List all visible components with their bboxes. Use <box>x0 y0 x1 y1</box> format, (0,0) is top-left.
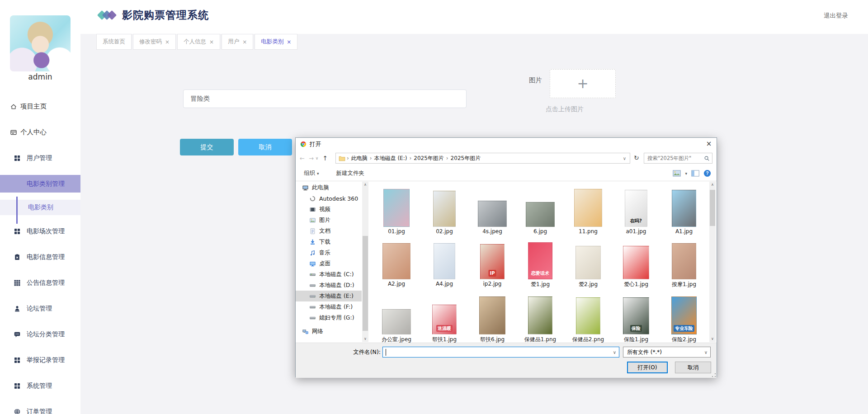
file-item-6.jpg[interactable]: 6.jpg <box>516 188 564 235</box>
dialog-cancel-button[interactable]: 取消 <box>675 362 711 373</box>
open-button[interactable]: 打开(O) <box>627 362 668 373</box>
file-name: 6.jpg <box>533 228 547 235</box>
nav-scrollbar[interactable]: ∧ ∨ <box>362 182 368 342</box>
tab-系统首页[interactable]: 系统首页 <box>96 34 132 50</box>
search-input[interactable]: 搜索"2025年图片" <box>644 153 712 164</box>
back-icon[interactable]: ← <box>300 155 305 162</box>
close-icon[interactable]: × <box>242 39 247 45</box>
filename-input[interactable]: ∨ <box>382 347 619 358</box>
sidebar-item-电影类别管理[interactable]: 电影类别管理 <box>0 171 80 197</box>
nav-item-本地磁盘 (C:)[interactable]: 本地磁盘 (C:) <box>296 269 362 280</box>
breadcrumb-segment[interactable]: 2025年图片 <box>451 155 481 162</box>
file-item-A2.jpg[interactable]: A2.jpg <box>373 240 420 287</box>
grid-scroll-thumb[interactable] <box>710 190 715 226</box>
breadcrumb-segment[interactable]: 本地磁盘 (E:) <box>374 155 407 162</box>
sidebar-item-论坛分类管理[interactable]: 论坛分类管理 <box>0 321 80 347</box>
sidebar-item-订单管理[interactable]: 订单管理 <box>0 399 80 414</box>
history-dropdown-icon[interactable]: ∨ <box>316 156 319 160</box>
nav-scroll-thumb[interactable] <box>363 236 368 331</box>
close-icon[interactable]: × <box>209 39 214 45</box>
resize-grip[interactable] <box>712 373 716 377</box>
sidebar-item-举报记录管理[interactable]: 举报记录管理 <box>0 347 80 373</box>
category-input[interactable]: 冒险类 <box>183 89 467 108</box>
nav-item-文档[interactable]: 文档 <box>296 226 362 236</box>
refresh-icon[interactable]: ↻ <box>634 154 639 161</box>
breadcrumb[interactable]: ›此电脑›本地磁盘 (E:)›2025年图片›2025年图片 ∨ <box>335 153 630 164</box>
file-item-爱心1.jpg[interactable]: 爱心1.jpg <box>612 240 660 287</box>
nav-item-音乐[interactable]: 音乐 <box>296 247 362 258</box>
file-item-帮扶1.jpg[interactable]: 送温暖帮扶1.jpg <box>420 294 468 343</box>
scroll-down-icon[interactable]: ∨ <box>709 336 716 342</box>
file-item-A1.jpg[interactable]: A1.jpg <box>660 188 708 235</box>
sidebar-item-论坛管理[interactable]: 论坛管理 <box>0 296 80 321</box>
nav-item-桌面[interactable]: 桌面 <box>296 258 362 269</box>
close-icon[interactable]: × <box>165 39 170 45</box>
dialog-titlebar[interactable]: 打开 × <box>296 138 717 151</box>
file-item-保险1.jpg[interactable]: 保险保险1.jpg <box>612 294 660 343</box>
nav-item-图片[interactable]: 图片 <box>296 215 362 226</box>
nav-item-本地磁盘 (F:)[interactable]: 本地磁盘 (F:) <box>296 301 362 312</box>
nav-item-本地磁盘 (D:)[interactable]: 本地磁盘 (D:) <box>296 280 362 291</box>
organize-menu[interactable]: 组织 ▾ <box>304 169 319 177</box>
image-upload-dropzone[interactable]: + <box>550 69 616 98</box>
sidebar-item-电影类别[interactable]: 电影类别 <box>0 197 80 218</box>
close-icon[interactable]: × <box>287 39 291 45</box>
tab-个人信息[interactable]: 个人信息× <box>177 34 220 50</box>
file-item-帮扶6.jpg[interactable]: 帮扶6.jpg <box>468 294 516 343</box>
file-item-01.jpg[interactable]: 01.jpg <box>373 188 420 235</box>
nav-item-此电脑[interactable]: 此电脑 <box>296 182 362 193</box>
file-item-办公室.jpeg[interactable]: 办公室.jpeg <box>373 294 420 343</box>
file-item-按摩1.jpg[interactable]: 按摩1.jpg <box>660 240 708 287</box>
file-item-11.png[interactable]: 11.png <box>564 188 612 235</box>
sidebar-item-项目主页[interactable]: 项目主页 <box>0 94 80 119</box>
file-item-A4.jpg[interactable]: A4.jpg <box>420 240 468 287</box>
new-folder-button[interactable]: 新建文件夹 <box>336 169 365 177</box>
file-item-02.jpg[interactable]: 02.jpg <box>420 188 468 235</box>
file-item-爱2.jpg[interactable]: 爱2.jpg <box>564 240 612 287</box>
scroll-down-icon[interactable]: ∨ <box>362 336 368 342</box>
file-item-保健品2.png[interactable]: 保健品2.png <box>564 294 612 343</box>
avatar[interactable] <box>10 15 71 71</box>
preview-pane-icon[interactable] <box>691 170 699 177</box>
filetype-value: 所有文件 (*.*) <box>627 348 662 356</box>
close-icon[interactable]: × <box>701 138 717 150</box>
sidebar-item-电影场次管理[interactable]: 电影场次管理 <box>0 218 80 244</box>
forward-icon[interactable]: → <box>309 155 314 162</box>
file-item-爱1.jpg[interactable]: 恋爱话术爱1.jpg <box>516 240 564 287</box>
thumbnail-view-icon[interactable] <box>673 170 681 177</box>
logout-link[interactable]: 退出登录 <box>824 12 848 20</box>
file-thumbnail <box>433 191 456 227</box>
nav-item-网络[interactable]: 网络 <box>296 326 362 337</box>
sidebar-item-公告信息管理[interactable]: 公告信息管理 <box>0 270 80 296</box>
scroll-up-icon[interactable]: ∧ <box>709 182 716 188</box>
help-icon[interactable]: ? <box>703 169 711 177</box>
tab-修改密码[interactable]: 修改密码× <box>133 34 176 50</box>
up-icon[interactable]: ↑ <box>322 155 328 162</box>
breadcrumb-segment[interactable]: 此电脑 <box>351 155 368 162</box>
file-item-保险2.jpg[interactable]: 专业车险保险2.jpg <box>660 294 708 343</box>
sidebar-item-个人中心[interactable]: 个人中心 <box>0 119 80 145</box>
grid-scrollbar[interactable]: ∧ ∨ <box>709 182 716 342</box>
address-dropdown-icon[interactable]: ∨ <box>623 156 626 161</box>
filename-dropdown-icon[interactable]: ∨ <box>613 350 616 355</box>
nav-item-下载[interactable]: 下载 <box>296 236 362 247</box>
file-item-a01.jpg[interactable]: 在吗?a01.jpg <box>612 188 660 235</box>
sidebar-item-系统管理[interactable]: 系统管理 <box>0 373 80 399</box>
file-item-ip2.jpg[interactable]: IPip2.jpg <box>468 240 516 287</box>
submit-button[interactable]: 提交 <box>180 139 234 155</box>
nav-item-Autodesk 360[interactable]: Autodesk 360 <box>296 193 362 204</box>
form-cancel-button[interactable]: 取消 <box>238 139 292 155</box>
nav-item-视频[interactable]: 视频 <box>296 204 362 215</box>
nav-item-本地磁盘 (E:)[interactable]: 本地磁盘 (E:) <box>296 291 362 301</box>
tab-电影类别[interactable]: 电影类别× <box>255 34 297 50</box>
view-dropdown-icon[interactable]: ▾ <box>685 171 687 176</box>
sidebar-item-用户管理[interactable]: 用户管理 <box>0 145 80 171</box>
filetype-select[interactable]: 所有文件 (*.*) ∨ <box>623 347 711 358</box>
file-item-4s.jpeg[interactable]: 4s.jpeg <box>468 188 516 235</box>
tab-用户[interactable]: 用户× <box>222 34 253 50</box>
nav-item-媳妇专用 (G:)[interactable]: 媳妇专用 (G:) <box>296 312 362 323</box>
file-item-保健品1.png[interactable]: 保健品1.png <box>516 294 564 343</box>
scroll-up-icon[interactable]: ∧ <box>362 182 368 188</box>
breadcrumb-segment[interactable]: 2025年图片 <box>414 155 444 162</box>
sidebar-item-电影信息管理[interactable]: 电影信息管理 <box>0 244 80 270</box>
